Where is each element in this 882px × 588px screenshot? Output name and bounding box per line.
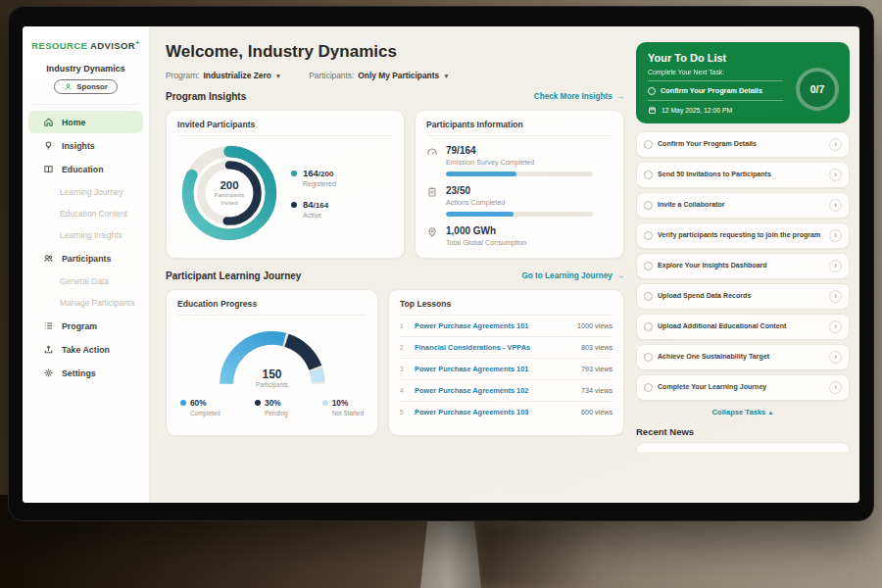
task-item[interactable]: Upload Additional Educational Content › (636, 314, 850, 340)
people-icon (43, 253, 54, 264)
lesson-link[interactable]: Power Purchase Agreements 102 (415, 386, 575, 395)
task-item[interactable]: Confirm Your Program Details › (636, 131, 850, 158)
task-item[interactable]: Complete Your Learning Journey › (636, 374, 850, 401)
checkbox-icon[interactable] (644, 171, 653, 179)
progress-bar (446, 212, 593, 217)
checkbox-icon[interactable] (644, 322, 653, 331)
legend-not-started: 10% Not Started (322, 398, 364, 416)
sponsor-badge-label: Sponsor (76, 82, 108, 91)
checkbox-icon[interactable] (644, 201, 653, 210)
lesson-link[interactable]: Power Purchase Agreements 101 (415, 321, 571, 330)
stat-actions-completed: 23/50 Actions Completed (426, 185, 612, 217)
check-more-insights-link[interactable]: Check More Insights → (534, 92, 624, 101)
checkbox-icon[interactable] (644, 353, 653, 362)
task-item[interactable]: Upload Spend Data Records › (636, 283, 850, 310)
chevron-right-icon[interactable]: › (829, 381, 842, 394)
sidebar-item-home[interactable]: Home (28, 111, 143, 133)
sidebar-item-label: Home (62, 118, 85, 127)
gauge-center-label: Participants (210, 381, 335, 388)
sidebar-item-settings[interactable]: Settings (28, 362, 143, 384)
top-lessons-card: Top Lessons 1 Power Purchase Agreements … (388, 289, 624, 436)
sidebar-item-label: Insights (62, 141, 95, 151)
checkbox-icon[interactable] (648, 87, 656, 95)
sidebar-item-manage-participants[interactable]: Manage Participants (23, 292, 149, 314)
clipboard-icon (426, 186, 438, 217)
collapse-tasks-link[interactable]: Collapse Tasks ▲ (636, 408, 850, 416)
checkbox-icon[interactable] (644, 383, 653, 392)
chevron-up-icon: ▲ (767, 410, 773, 416)
chevron-right-icon[interactable]: › (829, 320, 842, 333)
chevron-right-icon[interactable]: › (829, 199, 842, 212)
donut-center-value: 200 (220, 179, 238, 191)
lesson-link[interactable]: Power Purchase Agreements 101 (415, 365, 575, 373)
sidebar-item-general-data[interactable]: General Data (23, 270, 149, 292)
program-filter-label: Program: (166, 71, 199, 80)
program-filter-value: Industrialize Zero (203, 71, 270, 80)
go-to-learning-journey-link[interactable]: Go to Learning Journey → (521, 271, 624, 280)
sidebar-item-learning-journey[interactable]: Learning Journey (23, 181, 149, 203)
sponsor-badge: Sponsor (54, 79, 118, 94)
due-date-label: 12 May 2025, 12:00 PM (662, 107, 732, 114)
legend-pct: 60% (190, 398, 207, 408)
sidebar-item-take-action[interactable]: Take Action (28, 338, 143, 361)
checkbox-icon[interactable] (644, 262, 653, 270)
stat-value: 23/50 (446, 185, 593, 196)
legend-label: Active (303, 212, 328, 219)
lesson-link[interactable]: Power Purchase Agreements 103 (415, 408, 575, 416)
todo-progress-ring: 0/7 (796, 68, 839, 111)
program-filter-dropdown[interactable]: Program: Industrialize Zero ▼ (166, 71, 281, 80)
chevron-right-icon[interactable]: › (829, 290, 842, 303)
sidebar-item-participants[interactable]: Participants (28, 247, 143, 270)
sidebar-item-label: Learning Journey (60, 187, 123, 197)
brand-advisor: ADVISOR (90, 40, 135, 51)
task-item[interactable]: Explore Your Insights Dashboard › (636, 253, 850, 279)
participants-filter-value: Only My Participants (358, 71, 439, 80)
card-title: Participants Information (426, 120, 612, 136)
task-item[interactable]: Send 50 Invitations to Participants › (636, 162, 850, 188)
navy-dot-icon (255, 400, 261, 406)
lesson-link[interactable]: Financial Considerations - VPPAs (415, 343, 575, 352)
lesson-row: 2 Financial Considerations - VPPAs 803 v… (400, 337, 612, 359)
checkbox-icon[interactable] (644, 140, 653, 149)
brand-plus: + (135, 38, 140, 47)
bulb-icon (43, 140, 54, 151)
next-task-label: Confirm Your Program Details (661, 86, 762, 95)
stat-label: Emission Survey Completed (446, 158, 593, 167)
chevron-right-icon[interactable]: › (829, 229, 842, 242)
org-name: Industry Dynamics (23, 64, 149, 74)
task-item[interactable]: Verify participants requesting to join t… (636, 222, 850, 249)
app-window: RESOURCE ADVISOR+ Industry Dynamics Spon… (23, 26, 859, 503)
sidebar-item-learning-insights[interactable]: Learning Insights (23, 224, 149, 246)
task-label: Explore Your Insights Dashboard (658, 262, 824, 270)
lesson-views: 600 views (581, 408, 612, 416)
todo-progress-value: 0/7 (810, 83, 825, 95)
sidebar-item-label: Manage Participants (60, 298, 134, 308)
sidebar: RESOURCE ADVISOR+ Industry Dynamics Spon… (23, 26, 150, 503)
chevron-right-icon[interactable]: › (829, 351, 842, 364)
checkbox-icon[interactable] (644, 231, 653, 240)
next-task-row[interactable]: Confirm Your Program Details (648, 80, 783, 95)
sidebar-item-insights[interactable]: Insights (28, 134, 143, 157)
chevron-right-icon[interactable]: › (829, 138, 842, 151)
chevron-right-icon[interactable]: › (829, 260, 842, 272)
education-progress-gauge-chart: 150 Participants (210, 323, 335, 388)
sidebar-item-education[interactable]: Education (28, 158, 143, 180)
task-item[interactable]: Achieve One Sustainability Target › (636, 344, 850, 370)
todo-summary-card: Your To Do List Complete Your Next Task:… (636, 42, 850, 123)
lightblue-dot-icon (322, 400, 328, 406)
sidebar-item-label: Education (62, 165, 104, 174)
task-item[interactable]: Invite a Collaborator › (636, 192, 850, 219)
sidebar-divider (32, 104, 139, 105)
participants-filter-dropdown[interactable]: Participants: Only My Participants ▼ (309, 71, 449, 80)
person-icon (64, 82, 73, 91)
arrow-right-icon: → (616, 92, 624, 101)
legend-pct: 10% (332, 398, 349, 408)
chevron-right-icon[interactable]: › (829, 169, 842, 181)
brand-resource: RESOURCE (31, 40, 87, 51)
lesson-row: 5 Power Purchase Agreements 103 600 view… (400, 402, 612, 422)
stat-label: Total Global Consumption (446, 238, 526, 247)
checkbox-icon[interactable] (644, 292, 653, 301)
sidebar-item-program[interactable]: Program (28, 315, 143, 337)
sidebar-item-education-content[interactable]: Education Content (23, 203, 149, 224)
education-progress-card: Education Progress (166, 289, 378, 436)
